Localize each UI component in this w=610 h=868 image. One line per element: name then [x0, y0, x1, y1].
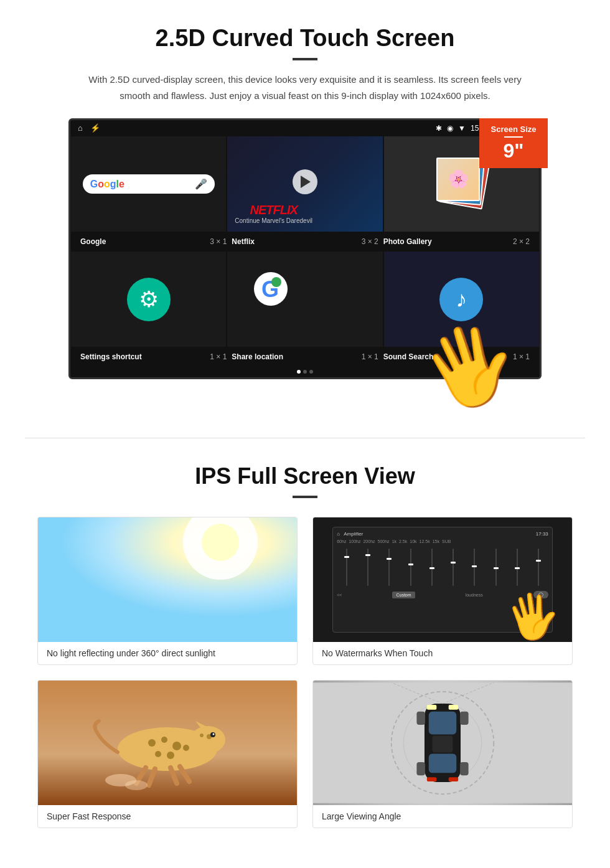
amplifier-image: ⌂ Amplifier 17:33 60hz100hz200hz500hz1k2… — [313, 517, 572, 642]
badge-size: 9" — [484, 140, 543, 162]
svg-point-5 — [202, 524, 239, 561]
svg-point-25 — [125, 780, 148, 790]
netflix-size: 3 × 2 — [362, 237, 378, 246]
usb-icon: ⚡ — [90, 123, 100, 133]
play-button[interactable] — [293, 169, 317, 194]
amp-custom: Custom — [392, 592, 415, 598]
section1-title: 2.5D Curved Touch Screen — [37, 25, 573, 52]
google-search-bar[interactable]: Google 🎤 — [83, 174, 215, 194]
svg-rect-38 — [449, 705, 458, 710]
amp-bars — [337, 545, 548, 588]
dot-1 — [297, 370, 301, 374]
svg-rect-32 — [433, 735, 453, 752]
app-grid-row2: ⚙ G — [70, 251, 540, 347]
section2-title: IPS Full Screen View — [37, 463, 573, 489]
section-curved-touch: 2.5D Curved Touch Screen With 2.5D curve… — [0, 0, 610, 400]
svg-point-11 — [155, 751, 161, 757]
badge-label: Screen Size — [484, 125, 543, 134]
app-cell-share-location[interactable]: G — [227, 251, 383, 347]
amp-bar-1 — [337, 549, 356, 586]
dot-3 — [309, 370, 313, 374]
feature-fast-response: Super Fast Response — [37, 680, 298, 828]
google-label: Google — [80, 237, 106, 246]
mic-icon[interactable]: 🎤 — [195, 178, 207, 190]
svg-rect-30 — [429, 712, 457, 735]
app-cell-sound-search[interactable]: ♪ — [383, 251, 540, 347]
netflix-subtitle: Continue Marvel's Daredevil — [235, 217, 312, 224]
app-label-google: Google 3 × 1 — [78, 237, 229, 246]
svg-point-9 — [161, 737, 167, 743]
touch-hand-icon: 🖐 — [502, 587, 564, 642]
feature-label-fast: Super Fast Response — [38, 805, 297, 828]
netflix-label: Netflix — [232, 237, 255, 246]
car-image — [313, 681, 572, 805]
status-left: ⌂ ⚡ — [78, 123, 100, 133]
svg-rect-3 — [38, 517, 297, 642]
svg-rect-37 — [427, 705, 436, 710]
settings-size: 1 × 1 — [210, 352, 227, 361]
page-dots — [70, 366, 540, 377]
amp-bar-9 — [507, 549, 527, 586]
photos-label: Photo Gallery — [383, 237, 432, 246]
amp-bar-3 — [380, 549, 399, 586]
flower-icon: 🌸 — [448, 169, 469, 189]
settings-label: Settings shortcut — [80, 352, 142, 361]
sunlight-image — [38, 517, 297, 642]
svg-rect-31 — [429, 753, 457, 773]
sound-circle: ♪ — [439, 278, 483, 321]
feature-label-viewing: Large Viewing Angle — [313, 805, 572, 828]
app-label-netflix: Netflix 3 × 2 — [229, 237, 380, 246]
home-icon[interactable]: ⌂ — [78, 123, 83, 133]
amp-bar-4 — [401, 549, 420, 586]
feature-viewing-angle: Large Viewing Angle — [312, 680, 573, 828]
amp-bar-6 — [444, 549, 463, 586]
title-divider-2 — [293, 496, 317, 498]
google-size: 3 × 1 — [210, 237, 227, 246]
device-wrapper: Screen Size 9" ⌂ ⚡ ✱ ◉ ▼ 15:06 ⊙ ♪ ⊠ — [68, 118, 542, 379]
svg-rect-35 — [416, 762, 425, 775]
svg-point-13 — [183, 745, 189, 751]
amp-loudness: loudness — [466, 593, 483, 597]
app-labels-row2: Settings shortcut 1 × 1 Share location 1… — [70, 347, 540, 366]
device-screen: ⌂ ⚡ ✱ ◉ ▼ 15:06 ⊙ ♪ ⊠ ▭ — [68, 118, 542, 379]
app-label-share: Share location 1 × 1 — [229, 352, 380, 361]
google-maps-icon: G — [252, 270, 289, 308]
svg-point-12 — [167, 752, 174, 759]
sound-size: 1 × 1 — [513, 352, 530, 361]
svg-point-18 — [213, 734, 215, 735]
play-triangle-icon — [301, 176, 311, 188]
netflix-logo: NETFLIX — [235, 203, 312, 217]
dot-2 — [303, 370, 307, 374]
amp-bar-7 — [465, 549, 484, 586]
sound-label: Sound Search — [383, 352, 434, 361]
app-cell-google[interactable]: Google 🎤 — [70, 136, 227, 232]
app-label-sound: Sound Search 1 × 1 — [381, 352, 532, 361]
amp-time: 17:33 — [536, 531, 548, 537]
svg-rect-40 — [449, 777, 458, 781]
svg-rect-34 — [460, 712, 469, 725]
bluetooth-icon: ✱ — [436, 124, 442, 133]
photo-card-3: 🌸 — [436, 158, 480, 201]
feature-watermarks: ⌂ Amplifier 17:33 60hz100hz200hz500hz1k2… — [312, 517, 573, 665]
svg-point-16 — [200, 734, 204, 737]
app-label-photos: Photo Gallery 2 × 2 — [381, 237, 532, 246]
svg-point-14 — [190, 726, 225, 753]
app-cell-settings[interactable]: ⚙ — [70, 251, 227, 347]
feature-label-sunlight: No light reflecting under 360° direct su… — [38, 642, 297, 664]
amp-bar-8 — [486, 549, 505, 586]
app-label-settings: Settings shortcut 1 × 1 — [78, 352, 229, 361]
svg-rect-39 — [427, 777, 436, 781]
location-icon: ◉ — [447, 124, 453, 133]
amp-header: ⌂ Amplifier 17:33 — [337, 531, 548, 537]
title-divider — [293, 58, 317, 60]
music-note-icon: ♪ — [456, 286, 467, 313]
svg-point-10 — [172, 742, 181, 750]
feature-label-watermarks: No Watermarks When Touch — [313, 642, 572, 664]
amp-bar-2 — [358, 549, 377, 586]
google-logo: Google — [90, 179, 124, 190]
amp-freq-labels: 60hz100hz200hz500hz1k2.5k10k12.5k15kSUB — [337, 539, 548, 544]
feature-sunlight: No light reflecting under 360° direct su… — [37, 517, 298, 665]
app-cell-netflix[interactable]: NETFLIX Continue Marvel's Daredevil — [227, 136, 383, 232]
gear-icon: ⚙ — [139, 286, 159, 313]
settings-circle: ⚙ — [127, 278, 171, 321]
